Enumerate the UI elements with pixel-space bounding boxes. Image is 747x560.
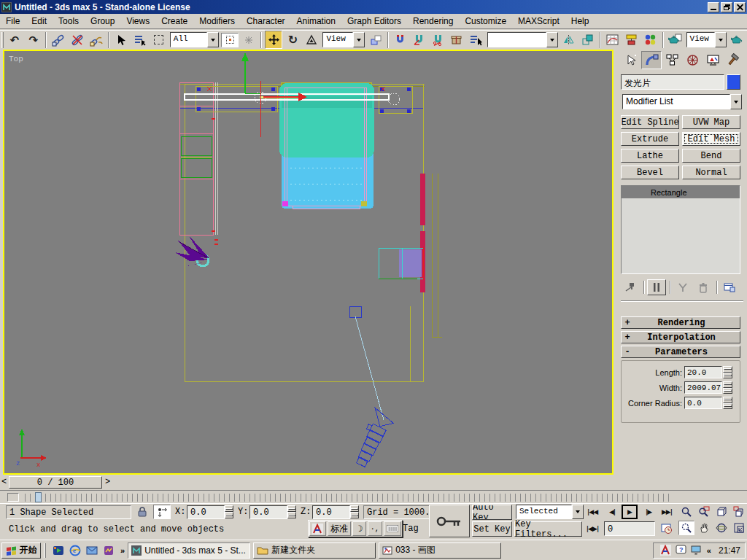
- ime-mode-button[interactable]: 标准: [328, 521, 351, 536]
- quick-launch-media-player[interactable]: [51, 543, 66, 558]
- tab-modify[interactable]: [641, 51, 662, 69]
- render-scene-button[interactable]: [667, 31, 684, 49]
- zoom-all-button[interactable]: [696, 505, 712, 519]
- tab-display[interactable]: [703, 51, 723, 69]
- object-name-input[interactable]: 发光片: [621, 74, 724, 90]
- menu-character[interactable]: Character: [241, 15, 291, 28]
- play-button[interactable]: ▶: [622, 505, 638, 519]
- camera-target[interactable]: [349, 306, 361, 317]
- wardrobe[interactable]: [179, 82, 218, 245]
- menu-graph-editors[interactable]: Graph Editors: [341, 15, 407, 28]
- selection-filter-combo[interactable]: All: [170, 32, 220, 47]
- menu-rendering[interactable]: Rendering: [407, 15, 459, 28]
- lathe-button[interactable]: Lathe: [621, 149, 679, 163]
- angle-snap-button[interactable]: [411, 31, 428, 49]
- select-object-button[interactable]: [112, 31, 130, 49]
- zoom-extents-button[interactable]: [713, 505, 729, 519]
- rollout-interpolation[interactable]: + Interpolation: [621, 331, 740, 343]
- rollout-rendering[interactable]: + Rendering: [621, 316, 740, 329]
- menu-maxscript[interactable]: MAXScript: [512, 15, 565, 28]
- min-max-toggle-button[interactable]: [731, 521, 747, 535]
- menu-create[interactable]: Create: [155, 15, 193, 28]
- side-table[interactable]: [379, 246, 423, 280]
- configure-modifier-sets-button[interactable]: [720, 279, 739, 295]
- menu-help[interactable]: Help: [565, 15, 595, 28]
- menu-edit[interactable]: Edit: [26, 15, 53, 28]
- previous-frame-button[interactable]: ◀|: [604, 505, 620, 519]
- task-paint[interactable]: 033 - 画图: [379, 542, 501, 559]
- time-next-arrow[interactable]: >: [105, 477, 110, 487]
- schematic-view-button[interactable]: [623, 31, 640, 49]
- tab-motion[interactable]: [682, 51, 703, 69]
- edit-mesh-button[interactable]: Edit Mesh: [682, 132, 740, 146]
- menu-customize[interactable]: Customize: [459, 15, 512, 28]
- add-time-tag[interactable]: Tag: [403, 524, 419, 534]
- crossing-selection-button[interactable]: [240, 33, 258, 47]
- key-mode-combo[interactable]: Selected: [516, 505, 584, 519]
- tray-help-icon[interactable]: ?: [675, 544, 687, 556]
- width-spinner[interactable]: [723, 381, 732, 394]
- menu-group[interactable]: Group: [85, 15, 120, 28]
- restore-button[interactable]: [721, 2, 732, 12]
- set-key-button[interactable]: Set Key: [472, 521, 512, 537]
- render-type-dropdown-button[interactable]: [715, 32, 727, 47]
- set-keys-button[interactable]: [429, 505, 470, 537]
- region-zoom-button[interactable]: [678, 521, 694, 535]
- go-to-start-button[interactable]: |◀◀: [584, 505, 601, 519]
- arc-rotate-button[interactable]: [713, 521, 729, 535]
- menu-views[interactable]: Views: [120, 15, 155, 28]
- time-prev-arrow[interactable]: <: [1, 477, 7, 487]
- extrude-button[interactable]: Extrude: [621, 132, 679, 146]
- named-selection-dropdown-button[interactable]: [546, 32, 558, 47]
- ime-soft-keyboard-button[interactable]: [384, 521, 401, 536]
- bend-button[interactable]: Bend: [682, 149, 740, 163]
- window-crossing-toggle[interactable]: [221, 33, 239, 47]
- start-button[interactable]: 开始: [1, 542, 41, 559]
- width-input[interactable]: 2009.07: [684, 381, 722, 394]
- go-to-end-button[interactable]: ▶▶|: [658, 505, 676, 519]
- edit-spline-button[interactable]: Edit Spline: [621, 115, 679, 129]
- quick-launch-chevron[interactable]: »: [120, 546, 125, 555]
- uvw-map-button[interactable]: UVW Map: [682, 115, 740, 129]
- select-and-move-button[interactable]: [265, 31, 282, 49]
- y-coordinate-input[interactable]: 0.0: [249, 505, 287, 519]
- use-pivot-center-button[interactable]: [367, 31, 384, 49]
- next-frame-button[interactable]: |▶: [640, 505, 657, 519]
- normal-button[interactable]: Normal: [682, 166, 740, 179]
- omni-light-helper[interactable]: [388, 93, 400, 105]
- align-button[interactable]: [579, 31, 597, 49]
- length-input[interactable]: 20.0: [684, 366, 722, 378]
- time-configuration-button[interactable]: [658, 521, 676, 536]
- ime-fullwidth-toggle[interactable]: ☽: [352, 521, 366, 536]
- task-folder[interactable]: 新建文件夹: [253, 542, 376, 559]
- quick-launch-internet-explorer[interactable]: e: [68, 543, 82, 558]
- reference-coordinate-combo[interactable]: View: [322, 32, 364, 47]
- render-type-combo[interactable]: View: [686, 32, 727, 47]
- named-selection-combo[interactable]: [487, 32, 558, 47]
- z-spinner[interactable]: [350, 505, 359, 518]
- undo-button[interactable]: ↶: [6, 31, 23, 49]
- minimize-button[interactable]: [708, 2, 719, 12]
- select-by-name-button[interactable]: [131, 31, 149, 49]
- corner-radius-input[interactable]: 0.0: [684, 397, 722, 409]
- bevel-button[interactable]: Bevel: [621, 166, 679, 179]
- z-coordinate-input[interactable]: 0.0: [312, 505, 350, 519]
- percent-snap-button[interactable]: [430, 31, 447, 49]
- y-spinner[interactable]: [287, 505, 296, 518]
- quick-launch-outlook[interactable]: [85, 543, 99, 558]
- trackbar-frame-marker[interactable]: [35, 492, 42, 502]
- select-and-link-button[interactable]: [50, 31, 67, 49]
- scene-canvas[interactable]: z x: [4, 51, 612, 473]
- pan-button[interactable]: [696, 521, 712, 535]
- pin-stack-button[interactable]: [621, 279, 640, 295]
- key-mode-toggle-button[interactable]: |◀▶|: [584, 521, 601, 536]
- corner-radius-spinner[interactable]: [723, 397, 732, 409]
- track-bar[interactable]: [0, 490, 747, 503]
- stack-item-rectangle[interactable]: Rectangle: [622, 186, 740, 198]
- unlink-selection-button[interactable]: [69, 31, 86, 49]
- ime-punctuation-toggle[interactable]: ·,: [368, 521, 382, 536]
- select-and-rotate-button[interactable]: ↻: [284, 31, 301, 49]
- mirror-button[interactable]: [560, 31, 578, 49]
- ime-toolbar[interactable]: 标准 ☽ ·,: [308, 520, 403, 537]
- title-bar[interactable]: Untitled - 3ds max 5 - Stand-alone Licen…: [0, 0, 747, 14]
